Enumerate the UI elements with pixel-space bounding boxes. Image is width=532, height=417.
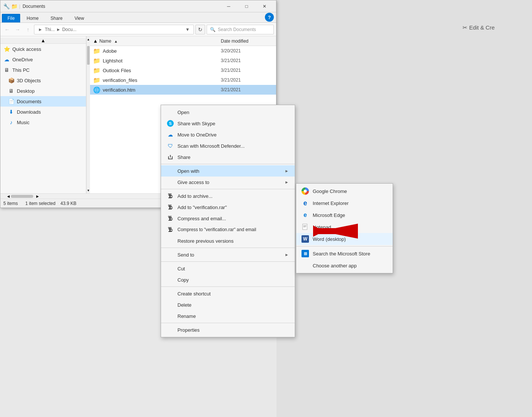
onedrive-icon: ☁ xyxy=(3,56,10,62)
close-button[interactable]: ✕ xyxy=(256,0,273,12)
ctx-compress-email[interactable]: 🗜 Compress and email... xyxy=(161,213,295,224)
ctx-share-skype-label: Share with Skype xyxy=(177,121,215,126)
forward-button[interactable]: → xyxy=(13,25,22,34)
sidebar-item-desktop[interactable]: 🖥 Desktop xyxy=(0,86,86,96)
sidebar-item-this-pc[interactable]: 🖥 This PC xyxy=(0,65,86,75)
ctx-open-with-label: Open with xyxy=(177,168,200,174)
h-scroll-left[interactable]: ◀ xyxy=(6,194,11,199)
open-icon xyxy=(167,109,174,116)
file-name-adobe: Adobe xyxy=(103,48,219,54)
toolbar-icon-1: 🔧 xyxy=(3,3,10,9)
toolbar-separator: | xyxy=(19,3,20,9)
sidebar-scroll-up[interactable]: ▲ xyxy=(0,38,86,44)
ctx-copy[interactable]: Copy xyxy=(161,274,295,285)
file-item-outlook[interactable]: 📁 Outlook Files 3/21/2021 xyxy=(90,65,276,75)
tab-home[interactable]: Home xyxy=(21,14,44,22)
sidebar-item-onedrive[interactable]: ☁ OneDrive xyxy=(0,54,86,65)
file-name-verification-files: verification_files xyxy=(103,77,219,83)
sub-item-store[interactable]: ⊞ Search the Microsoft Store xyxy=(296,248,393,260)
tab-file[interactable]: File xyxy=(2,14,20,22)
sidebar-item-quick-access[interactable]: ⭐ Quick access xyxy=(0,44,86,54)
refresh-button[interactable]: ↻ xyxy=(195,25,205,34)
ctx-open[interactable]: Open xyxy=(161,107,295,118)
path-dropdown[interactable]: ▼ xyxy=(185,27,190,32)
quick-access-icon: ⭐ xyxy=(3,46,10,52)
context-menu: Open S Share with Skype ☁ Move to OneDri… xyxy=(161,105,295,337)
h-scroll-thumb xyxy=(11,195,33,198)
ctx-delete-label: Delete xyxy=(177,302,192,308)
file-item-verification-htm[interactable]: 🌐 verification.htm 3/21/2021 xyxy=(90,85,276,95)
file-item-lightshot[interactable]: 📁 Lightshot 3/21/2021 xyxy=(90,56,276,65)
address-path[interactable]: ► Thi... ► Docu... ▼ xyxy=(34,25,194,34)
back-button[interactable]: ← xyxy=(3,25,12,34)
sidebar-item-downloads[interactable]: ⬇ Downloads xyxy=(0,107,86,117)
ctx-delete[interactable]: Delete xyxy=(161,299,295,310)
ctx-give-access[interactable]: Give access to ► xyxy=(161,177,295,188)
maximize-button[interactable]: □ xyxy=(238,0,255,12)
sidebar-item-documents[interactable]: 📄 Documents xyxy=(0,96,86,107)
ctx-move-onedrive[interactable]: ☁ Move to OneDrive xyxy=(161,129,295,140)
send-to-arrow: ► xyxy=(285,252,289,257)
tab-share[interactable]: Share xyxy=(45,14,68,22)
send-to-icon xyxy=(167,251,174,258)
sub-item-word[interactable]: W Word (desktop) xyxy=(296,233,393,245)
ctx-rename[interactable]: Rename xyxy=(161,310,295,322)
ctx-share[interactable]: Share xyxy=(161,151,295,163)
ctx-restore-versions[interactable]: Restore previous versions xyxy=(161,235,295,246)
help-icon[interactable]: ? xyxy=(265,13,274,22)
sidebar-scroll-up-btn[interactable]: ▲ xyxy=(87,36,90,42)
ctx-share-skype[interactable]: S Share with Skype xyxy=(161,118,295,129)
ctx-add-archive[interactable]: 🗜 Add to archive... xyxy=(161,190,295,202)
ctx-open-with[interactable]: Open with ► xyxy=(161,165,295,177)
downloads-label: Downloads xyxy=(17,109,41,115)
column-name[interactable]: Name ▲ xyxy=(99,39,221,44)
ctx-scan-defender[interactable]: 🛡 Scan with Microsoft Defender... xyxy=(161,140,295,151)
ctx-send-to[interactable]: Send to ► xyxy=(161,249,295,260)
sidebar-item-3d-objects[interactable]: 📦 3D Objects xyxy=(0,75,86,86)
store-sub-icon: ⊞ xyxy=(301,250,309,257)
path-separator: ► xyxy=(56,27,61,32)
documents-icon: 📄 xyxy=(8,98,15,104)
sub-item-notepad[interactable]: Notepad xyxy=(296,221,393,233)
title-bar-title: Documents xyxy=(22,4,220,9)
search-icon: 🔍 xyxy=(210,27,216,32)
sub-item-another-app[interactable]: Choose another app xyxy=(296,260,393,272)
chrome-sub-icon xyxy=(301,187,309,195)
ctx-properties-label: Properties xyxy=(177,327,200,333)
sidebar-scroll-down-btn[interactable]: ▼ xyxy=(87,187,90,193)
submenu-open-with: Google Chrome e Internet Explorer e Micr… xyxy=(296,183,393,273)
ctx-add-verification-rar[interactable]: 🗜 Add to "verification.rar" xyxy=(161,202,295,213)
up-button[interactable]: ↑ xyxy=(24,25,33,34)
quick-access-label: Quick access xyxy=(12,46,41,52)
sub-item-chrome[interactable]: Google Chrome xyxy=(296,185,393,197)
h-scroll-right[interactable]: ▶ xyxy=(35,194,40,199)
column-date[interactable]: Date modified xyxy=(221,39,273,44)
ctx-copy-label: Copy xyxy=(177,277,189,283)
sidebar-item-music[interactable]: ♪ Music xyxy=(0,117,86,128)
word-sub-icon: W xyxy=(301,235,309,243)
sub-item-ie[interactable]: e Internet Explorer xyxy=(296,197,393,209)
ctx-create-shortcut[interactable]: Create shortcut xyxy=(161,288,295,299)
ctx-restore-versions-label: Restore previous versions xyxy=(177,238,233,244)
file-item-adobe[interactable]: 📁 Adobe 3/20/2021 xyxy=(90,46,276,56)
ctx-send-to-label: Send to xyxy=(177,252,194,258)
toolbar-icon-2: 📁 xyxy=(11,3,18,9)
tab-view[interactable]: View xyxy=(69,14,90,22)
sidebar-scrollbar[interactable]: ▲ ▼ xyxy=(86,36,90,193)
give-access-icon xyxy=(167,179,174,185)
folder-icon-outlook: 📁 xyxy=(93,67,100,74)
ctx-compress-rar-email[interactable]: 🗜 Compress to "verification.rar" and ema… xyxy=(161,224,295,235)
file-date-adobe: 3/20/2021 xyxy=(221,48,273,53)
edit-create-text: ✂ Edit & Cre xyxy=(463,24,495,31)
folder-icon-verification-files: 📁 xyxy=(93,77,100,84)
ctx-cut[interactable]: Cut xyxy=(161,263,295,274)
ctx-open-label: Open xyxy=(177,110,189,115)
ctx-properties[interactable]: Properties xyxy=(161,324,295,335)
search-box[interactable]: 🔍 Search Documents xyxy=(207,25,274,34)
ctx-divider-1 xyxy=(161,164,295,164)
ribbon-tabs: File Home Share View ? xyxy=(0,12,276,23)
sub-item-edge[interactable]: e Microsoft Edge xyxy=(296,209,393,221)
minimize-button[interactable]: ─ xyxy=(220,0,237,12)
file-item-verification-files[interactable]: 📁 verification_files 3/21/2021 xyxy=(90,75,276,85)
scroll-up-area[interactable]: ▲ xyxy=(93,38,98,44)
